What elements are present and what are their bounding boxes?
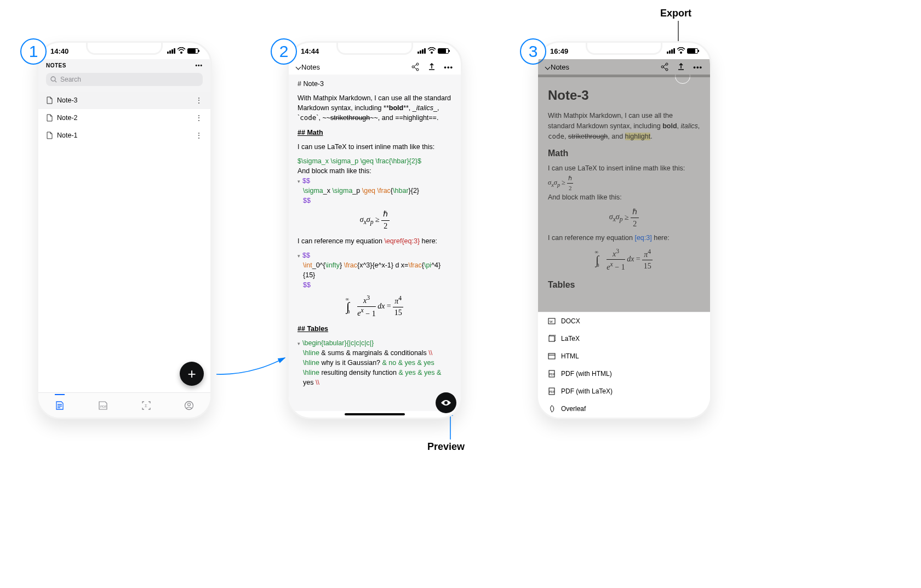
search-input[interactable]: Search — [46, 73, 203, 86]
export-option-docx[interactable]: WDOCX — [538, 312, 710, 330]
svg-point-12 — [666, 68, 668, 71]
editor-navbar: Notes ••• — [289, 59, 461, 75]
note-row[interactable]: Note-2 ⋮ — [38, 109, 210, 127]
rendered-formula-1: σxσp ≥ ℏ2 — [298, 209, 452, 232]
row-more-icon[interactable]: ⋮ — [195, 131, 203, 140]
svg-text:PDF: PDF — [550, 373, 555, 376]
svg-point-5 — [188, 403, 191, 406]
svg-point-7 — [412, 66, 414, 68]
upload-icon[interactable] — [677, 62, 685, 71]
notes-list: Note-3 ⋮ Note-2 ⋮ Note-1 ⋮ — [38, 92, 210, 144]
svg-point-9 — [444, 401, 448, 404]
back-button[interactable]: Notes — [296, 63, 320, 71]
preview-navbar: Notes ••• — [538, 59, 710, 75]
fold-indicator-icon[interactable]: ▾ — [298, 341, 300, 346]
export-option-html[interactable]: HTML — [538, 347, 710, 365]
signal-icon — [167, 48, 175, 54]
phone-1-notes-list: 14:40 NOTES ••• Search Note-3 — [37, 41, 212, 419]
signal-icon — [417, 48, 426, 54]
rendered-formula-2: ∫0∞ x3ex − 1 dx = π415 — [298, 294, 452, 319]
note-row[interactable]: Note-3 ⋮ — [38, 92, 210, 109]
tab-pdf[interactable]: PDF — [98, 401, 108, 410]
export-option-pdf-html[interactable]: PDFPDF (with HTML) — [538, 365, 710, 383]
notes-title: NOTES — [46, 62, 66, 68]
svg-text:PDF: PDF — [550, 390, 555, 393]
home-indicator — [345, 413, 405, 415]
wifi-icon — [677, 48, 685, 54]
more-icon[interactable]: ••• — [195, 62, 203, 68]
export-option-latex[interactable]: LaTeX — [538, 330, 710, 347]
create-note-fab[interactable]: + — [180, 362, 204, 386]
tab-notes[interactable] — [55, 394, 65, 410]
battery-icon — [438, 48, 449, 54]
latex-icon — [548, 335, 556, 342]
pdf-icon: PDF — [548, 370, 556, 378]
svg-point-11 — [661, 66, 663, 68]
step-badge-1: 1 — [20, 38, 47, 65]
share-icon[interactable] — [411, 62, 420, 71]
rendered-preview[interactable]: Note-3 With Mathpix Markdown, I can use … — [538, 75, 710, 312]
battery-icon — [687, 48, 698, 54]
wifi-icon — [428, 48, 436, 54]
export-option-pdf-latex[interactable]: PDFPDF (with LaTeX) — [538, 383, 710, 400]
export-sheet: WDOCX LaTeX HTML PDFPDF (with HTML) PDFP… — [538, 312, 710, 418]
svg-point-10 — [666, 63, 668, 65]
screen: NOTES ••• Search Note-3 ⋮ Note-2 ⋮ — [38, 59, 210, 418]
status-bar: 16:49 — [538, 43, 710, 59]
wifi-icon — [178, 48, 185, 54]
svg-rect-15 — [549, 336, 554, 341]
row-more-icon[interactable]: ⋮ — [195, 96, 203, 105]
more-icon[interactable]: ••• — [444, 63, 453, 71]
screen: Notes ••• Note-3 With Mathpix Markdown, … — [538, 59, 710, 418]
svg-point-6 — [416, 63, 419, 65]
html-icon — [548, 352, 556, 360]
fold-indicator-icon[interactable]: ▾ — [298, 179, 300, 184]
note-row[interactable]: Note-1 ⋮ — [38, 127, 210, 144]
search-icon — [50, 76, 57, 83]
tab-account[interactable] — [184, 401, 194, 410]
tutorial-canvas: 1 2 3 Create Markdown documents Preview … — [0, 0, 921, 588]
clock: 14:44 — [301, 47, 319, 55]
screen: Notes ••• # Note-3 With Mathpix Markdown… — [289, 59, 461, 418]
markdown-editor[interactable]: # Note-3 With Mathpix Markdown, I can us… — [289, 75, 461, 411]
docx-icon: W — [548, 317, 556, 325]
pdf-icon: PDF — [548, 387, 556, 395]
note-icon — [46, 114, 53, 122]
preview-title: Note-3 — [548, 85, 700, 105]
annotation-export: Export — [660, 8, 691, 19]
back-button[interactable]: Notes — [546, 63, 569, 71]
plus-icon: + — [187, 366, 196, 383]
svg-text:Σ: Σ — [145, 403, 147, 408]
battery-icon — [187, 48, 198, 54]
notes-header: NOTES ••• Search — [38, 59, 210, 92]
phone-3-preview-export: 16:49 Notes ••• Note-3 With Mat — [536, 41, 712, 419]
signal-icon — [667, 48, 675, 54]
tab-scan[interactable]: Σ — [141, 401, 151, 410]
device-notch — [336, 43, 413, 55]
svg-point-8 — [416, 68, 419, 71]
fold-indicator-icon[interactable]: ▾ — [298, 253, 300, 259]
note-icon — [46, 96, 53, 104]
eye-icon — [441, 399, 451, 407]
more-icon[interactable]: ••• — [693, 63, 702, 71]
clock: 16:49 — [550, 47, 568, 55]
export-option-overleaf[interactable]: Overleaf — [538, 400, 710, 418]
overleaf-icon — [548, 405, 556, 413]
chevron-left-icon — [296, 64, 301, 70]
share-icon[interactable] — [660, 62, 669, 71]
svg-text:W: W — [550, 320, 553, 323]
annotation-preview: Preview — [427, 441, 465, 453]
bottom-tabbar: PDF Σ — [38, 392, 210, 418]
svg-rect-16 — [548, 353, 555, 359]
device-notch — [86, 43, 163, 55]
svg-line-1 — [55, 81, 56, 82]
preview-toggle-fab[interactable] — [436, 392, 456, 413]
row-more-icon[interactable]: ⋮ — [195, 113, 203, 122]
upload-icon[interactable] — [427, 62, 436, 71]
note-icon — [46, 132, 53, 139]
svg-point-0 — [51, 77, 55, 81]
step-badge-2: 2 — [271, 38, 297, 65]
chevron-left-icon — [545, 64, 551, 70]
phone-2-editor: 14:44 Notes ••• # Note-3 With Mathpix Ma… — [287, 41, 462, 419]
svg-text:PDF: PDF — [100, 405, 107, 408]
